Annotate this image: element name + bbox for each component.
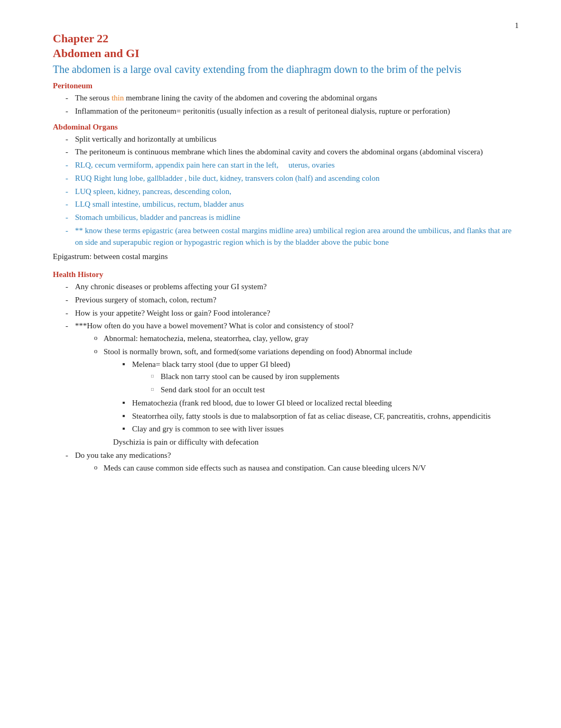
list-item: RLQ, cecum vermiform, appendix pain here… [66, 160, 519, 171]
list-item: Meds can cause common side effects such … [94, 463, 519, 474]
melena-sublist: Black non tarry stool can be caused by i… [132, 371, 519, 396]
list-item: How is your appetite? Weight loss or gai… [66, 308, 519, 319]
text-normal: The serous [75, 94, 111, 102]
health-history-list: Any chronic diseases or problems affecti… [53, 281, 519, 474]
list-item: Send dark stool for an occult test [151, 384, 519, 396]
section-heading-abdominal-organs: Abdominal Organs [53, 123, 519, 132]
list-item: Previous surgery of stomach, colon, rect… [66, 294, 519, 306]
list-item: Steatorrhea oily, fatty stools is due to… [123, 411, 519, 422]
subtitle: The abdomen is a large oval cavity exten… [53, 62, 519, 76]
list-item: ***How often do you have a bowel movemen… [66, 320, 519, 448]
main-title: Abdomen and GI [53, 47, 519, 60]
list-item: Any chronic diseases or problems affecti… [66, 281, 519, 293]
section-heading-peritoneum: Peritoneum [53, 81, 519, 90]
page-number: 1 [515, 21, 519, 30]
list-item: Stomach umbilicus, bladder and pancreas … [66, 212, 519, 224]
list-item: LLQ small intestine, umbilicus, rectum, … [66, 199, 519, 210]
text-normal: membrane lining the cavity of the abdome… [124, 94, 378, 102]
list-item: ** know these terms epigastric (area bet… [66, 225, 519, 248]
abnormal-stool-list: Melena= black tarry stool (due to upper … [104, 359, 519, 436]
list-item: RUQ Right lung lobe, gallbladder , bile … [66, 173, 519, 185]
peritoneum-list: The serous thin membrane lining the cavi… [53, 93, 519, 117]
list-item: Hematochezia (frank red blood, due to lo… [123, 398, 519, 409]
dyschizia-text: Dyschizia is pain or difficulty with def… [104, 437, 519, 448]
list-item: Split vertically and horizontally at umb… [66, 134, 519, 145]
section-heading-health-history: Health History [53, 270, 519, 279]
stool-sublist: Abnormal: hematochezia, melena, steatorr… [75, 333, 519, 448]
abdominal-organs-list: Split vertically and horizontally at umb… [53, 134, 519, 248]
text-normal: Inflammation of the peritoneum= peritoni… [75, 107, 450, 115]
text-orange: thin [111, 94, 124, 102]
list-item: Clay and gry is common to see with liver… [123, 423, 519, 435]
list-item: The peritoneum is continuous membrane wh… [66, 146, 519, 158]
list-item: The serous thin membrane lining the cavi… [66, 93, 519, 104]
list-item: Melena= black tarry stool (due to upper … [123, 359, 519, 396]
list-item: Do you take any medications? Meds can ca… [66, 450, 519, 474]
list-item: LUQ spleen, kidney, pancreas, descending… [66, 186, 519, 198]
medications-sublist: Meds can cause common side effects such … [75, 463, 519, 474]
epigastrum-text: Epigastrum: between costal margins [53, 251, 519, 263]
list-item: Abnormal: hematochezia, melena, steatorr… [94, 333, 519, 345]
chapter-title: Chapter 22 [53, 32, 519, 45]
list-item: Black non tarry stool can be caused by i… [151, 371, 519, 383]
list-item: Stool is normally brown, soft, and forme… [94, 346, 519, 448]
list-item: Inflammation of the peritoneum= peritoni… [66, 106, 519, 117]
